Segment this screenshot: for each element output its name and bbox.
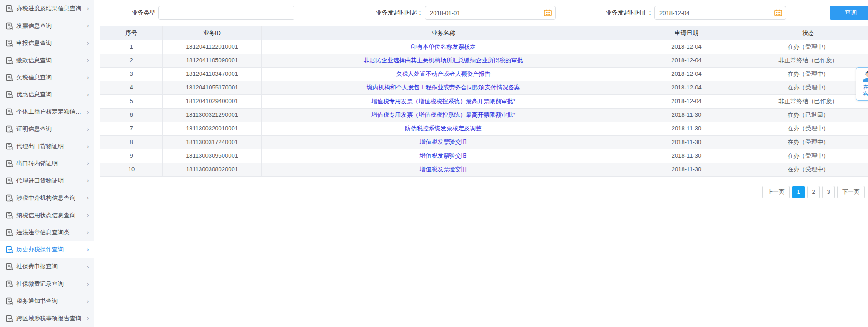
column-header-business-id: 业务ID — [163, 26, 262, 40]
sidebar-item-tax-agency-info-query[interactable]: 涉税中介机构信息查询 › — [0, 189, 94, 207]
sidebar-item-label: 税务通知书查询 — [16, 297, 85, 305]
cell-index: 10 — [100, 163, 163, 176]
sidebar-item-label: 优惠信息查询 — [16, 90, 85, 99]
business-type-input[interactable] — [158, 6, 294, 20]
doc-search-icon — [6, 177, 13, 184]
business-name-link[interactable]: 境内机构和个人发包工程作业或劳务合同款项支付情况备案 — [367, 84, 520, 91]
doc-search-icon — [6, 280, 13, 287]
business-name-link[interactable]: 增值税发票验交旧 — [420, 166, 467, 173]
business-name-link[interactable]: 印有本单位名称发票核定 — [411, 43, 476, 50]
cell-apply-date: 2018-11-30 — [625, 163, 748, 176]
sidebar-item-label: 发票信息查询 — [16, 22, 85, 30]
sidebar-item-violation-info-query[interactable]: 违法违章信息查询类 › — [0, 224, 94, 241]
doc-search-icon — [6, 22, 13, 30]
sidebar-item-tax-progress-result-query[interactable]: 办税进度及结果信息查询 › — [0, 0, 94, 17]
chevron-right-icon: › — [87, 143, 89, 150]
column-header-status: 状态 — [748, 26, 868, 40]
table-row: 2 1812041105090001 非居民企业选择由其主要机构场所汇总缴纳企业… — [100, 54, 868, 68]
chevron-right-icon: › — [87, 298, 89, 305]
business-name-link[interactable]: 增值税专用发票（增值税税控系统）最高开票限额审批* — [371, 111, 515, 118]
cell-business-id: 1812041055170001 — [163, 81, 262, 94]
chevron-right-icon: › — [87, 126, 89, 133]
sidebar-item-label: 欠税信息查询 — [16, 74, 85, 82]
business-name-link[interactable]: 非居民企业选择由其主要机构场所汇总缴纳企业所得税的审批 — [364, 57, 523, 64]
customer-service-widget[interactable]: 在线 客服 — [856, 67, 868, 101]
sidebar-item-label: 涉税中介机构信息查询 — [16, 194, 85, 202]
end-date-label: 业务发起时间止： — [606, 6, 653, 20]
doc-search-icon — [6, 297, 13, 305]
sidebar-item-export-to-domestic-certificate[interactable]: 出口转内销证明 › — [0, 155, 94, 172]
start-date-input[interactable] — [425, 6, 556, 20]
sidebar-item-label: 历史办税操作查询 — [16, 245, 85, 253]
page-button-1[interactable]: 1 — [792, 186, 805, 198]
app-window: 办税进度及结果信息查询 › 发票信息查询 › 申报信息查询 › 缴款信息查询 ›… — [0, 0, 868, 327]
sidebar-item-individual-quota-query[interactable]: 个体工商户核定定额信息查询 › — [0, 103, 94, 120]
query-button[interactable]: 查询 — [830, 6, 868, 20]
cell-business-id: 1812041029400001 — [163, 95, 262, 108]
sidebar-item-declaration-info-query[interactable]: 申报信息查询 › — [0, 35, 94, 52]
business-name-link[interactable]: 增值税发票验交旧 — [420, 152, 467, 159]
cell-apply-date: 2018-12-04 — [625, 54, 748, 67]
calendar-icon[interactable] — [774, 9, 782, 16]
doc-search-icon — [6, 74, 13, 81]
cell-status: 在办（受理中） — [748, 163, 868, 176]
doc-search-icon — [6, 246, 13, 253]
end-date-input[interactable] — [654, 6, 786, 20]
table-row: 3 1812041103470001 欠税人处置不动产或者大额资产报告 2018… — [100, 68, 868, 81]
sidebar-item-history-tax-operation-query[interactable]: 历史办税操作查询 › — [0, 241, 94, 258]
cell-business-id: 1811300308020001 — [163, 163, 262, 176]
doc-search-icon — [6, 229, 13, 236]
doc-search-icon — [6, 5, 13, 12]
sidebar-item-preference-info-query[interactable]: 优惠信息查询 › — [0, 86, 94, 103]
chevron-right-icon: › — [87, 212, 89, 218]
sidebar-item-tax-arrears-query[interactable]: 欠税信息查询 › — [0, 69, 94, 86]
next-page-button[interactable]: 下一页 — [837, 186, 865, 198]
sidebar-item-certificate-info-query[interactable]: 证明信息查询 › — [0, 120, 94, 138]
cell-status: 在办（已退回） — [748, 109, 868, 122]
cell-apply-date: 2018-11-30 — [625, 149, 748, 163]
doc-search-icon — [6, 125, 13, 133]
chevron-right-icon: › — [87, 5, 89, 12]
cell-apply-date: 2018-11-30 — [625, 109, 748, 122]
sidebar-item-social-insurance-payment-query[interactable]: 社保缴费记录查询 › — [0, 275, 94, 292]
doc-search-icon — [6, 91, 13, 98]
sidebar-item-tax-credit-status-query[interactable]: 纳税信用状态信息查询 › — [0, 207, 94, 224]
cell-status: 非正常终结（已作废） — [748, 95, 868, 108]
sidebar-item-tax-notice-query[interactable]: 税务通知书查询 › — [0, 292, 94, 310]
sidebar-item-agent-export-certificate[interactable]: 代理出口货物证明 › — [0, 138, 94, 155]
cell-status: 在办（受理中） — [748, 136, 868, 149]
pagination: 上一页 1 2 3 下一页 — [94, 186, 868, 198]
business-name-link[interactable]: 防伪税控系统发票核定及调整 — [405, 125, 482, 132]
sidebar-item-social-insurance-declare-query[interactable]: 社保费申报查询 › — [0, 258, 94, 275]
sidebar-item-label: 缴款信息查询 — [16, 56, 85, 64]
cell-apply-date: 2018-12-04 — [625, 40, 748, 54]
calendar-icon[interactable] — [544, 9, 552, 16]
cell-status: 在办（受理中） — [748, 122, 868, 135]
sidebar-item-label: 社保费申报查询 — [16, 263, 85, 271]
chevron-right-icon: › — [87, 40, 89, 46]
sidebar-item-agent-import-certificate[interactable]: 代理进口货物证明 › — [0, 172, 94, 189]
business-name-link[interactable]: 增值税专用发票（增值税税控系统）最高开票限额审批* — [371, 98, 515, 104]
cell-index: 2 — [100, 54, 163, 67]
cell-status: 在办（受理中） — [748, 68, 868, 81]
doc-search-icon — [6, 212, 13, 219]
table-row: 9 1811300309500001 增值税发票验交旧 2018-11-30 在… — [100, 149, 868, 163]
sidebar-item-cross-region-tax-report-query[interactable]: 跨区域涉税事项报告查询 › — [0, 310, 94, 327]
page-button-2[interactable]: 2 — [807, 186, 820, 198]
sidebar-item-invoice-info-query[interactable]: 发票信息查询 › — [0, 17, 94, 35]
sidebar-item-payment-info-query[interactable]: 缴款信息查询 › — [0, 52, 94, 69]
business-name-link[interactable]: 增值税发票验交旧 — [420, 139, 467, 145]
doc-search-icon — [6, 194, 13, 202]
page-button-3[interactable]: 3 — [822, 186, 835, 198]
prev-page-button[interactable]: 上一页 — [762, 186, 790, 198]
main-content: 业务类型： 业务发起时间起： 业务发起时间止： 查询 — [94, 0, 868, 327]
business-type-label: 业务类型： — [132, 6, 161, 20]
cell-apply-date: 2018-11-30 — [625, 122, 748, 135]
chevron-right-icon: › — [87, 246, 89, 253]
business-name-link[interactable]: 欠税人处置不动产或者大额资产报告 — [396, 70, 491, 77]
sidebar-item-label: 违法违章信息查询类 — [16, 228, 85, 237]
doc-search-icon — [6, 263, 13, 270]
customer-service-label-line2: 客服 — [858, 91, 868, 98]
sidebar-item-label: 代理进口货物证明 — [16, 177, 85, 185]
sidebar-item-label: 个体工商户核定定额信息查询 — [16, 108, 85, 116]
